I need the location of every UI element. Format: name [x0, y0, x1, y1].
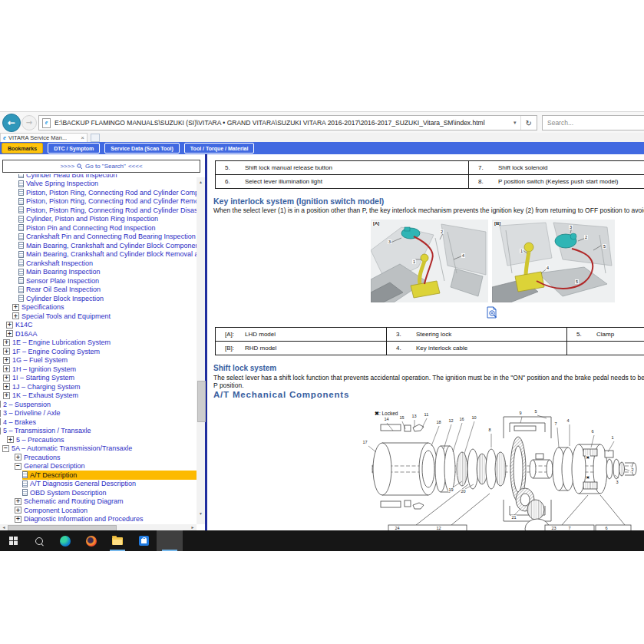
tree-item[interactable]: Sensor Plate Inspection [18, 276, 197, 286]
enlarge-image-icon[interactable] [487, 306, 498, 319]
forward-button[interactable]: → [21, 115, 37, 130]
scroll-left-icon[interactable]: ◄ [0, 524, 8, 530]
item-number: 5. [225, 164, 245, 171]
back-arrow-icon: ← [8, 118, 15, 127]
tree-item-icon [3, 392, 10, 399]
tree-item[interactable]: Piston, Piston Ring, Connecting Rod and … [18, 206, 197, 215]
tree-item[interactable]: K14C [6, 321, 197, 330]
tree-item[interactable]: D16AA [6, 329, 197, 339]
tab-vitara-service-manual[interactable]: e VITARA Service Man... × [0, 133, 88, 142]
tree-item-icon [18, 242, 24, 249]
toolbar-button[interactable]: Service Data (Scan Tool) [104, 143, 180, 154]
tree-item[interactable]: 5 – Precautions [7, 435, 197, 444]
tree-item[interactable]: Crankshaft Inspection [18, 259, 197, 268]
tree-item-label: Piston, Piston Ring, Connecting Rod and … [26, 197, 197, 205]
section-body: The select lever has a shift lock functi… [213, 375, 644, 389]
tree-item[interactable]: 3 – Driveline / Axle [0, 409, 197, 418]
tree-item-label: Crankshaft Pin and Connecting Rod Bearin… [26, 233, 196, 240]
item-number: 7. [478, 164, 498, 171]
tree-item-label: Cylinder Head Bolt Inspection [26, 174, 117, 179]
tree-item[interactable]: Cylinder, Piston and Piston Ring Inspect… [18, 215, 197, 224]
tree-item[interactable]: 1J – Charging System [3, 382, 197, 391]
browser-search-box[interactable]: Search... [542, 115, 644, 130]
tree-item[interactable]: Valve Spring Inspection [18, 180, 197, 189]
tree-item[interactable]: Main Bearing, Crankshaft and Cylinder Bl… [18, 250, 197, 259]
diagram-callout-number: 16 [459, 417, 464, 421]
diagram-callout-number: ✖ [586, 475, 590, 480]
scroll-right-icon[interactable]: ► [189, 524, 197, 530]
toolbar-button[interactable]: DTC / Symptom [48, 143, 100, 154]
address-bar[interactable]: e E:\BACKUP FLAMINGO MANUALS\SUZUKI (SI)… [38, 115, 537, 130]
scroll-up-icon[interactable]: ▲ [197, 177, 205, 187]
tree-item-icon [2, 445, 9, 452]
tree-item[interactable]: A/T Description [22, 471, 197, 480]
tree-item-label: 1H – Ignition System [12, 365, 76, 373]
tree-item[interactable]: 1K – Exhaust System [3, 391, 197, 401]
figure-callout-number: 3 [388, 239, 391, 244]
tree-item[interactable]: General Description [15, 462, 197, 471]
tree-item-icon [22, 489, 28, 496]
tree-item[interactable]: OBD System Description [22, 488, 197, 497]
new-tab-button[interactable] [91, 134, 100, 142]
scroll-down-icon[interactable]: ▼ [197, 509, 205, 518]
taskbar-file-explorer-icon[interactable] [104, 530, 130, 551]
tree-item[interactable]: Piston, Piston Ring, Connecting Rod and … [18, 188, 197, 197]
taskbar-edge-icon[interactable] [52, 530, 78, 551]
taskbar-start-icon[interactable] [0, 530, 26, 551]
tree-item-label: A/T Description [30, 471, 77, 479]
figure-callout-number: 3 [569, 225, 573, 230]
tree-item[interactable]: Main Bearing, Crankshaft and Cylinder Bl… [18, 241, 197, 250]
tree-item-icon [18, 198, 24, 205]
tree-horizontal-scrollbar[interactable]: ◄ ► [0, 524, 197, 530]
tree-item[interactable]: Diagnostic Information and Procedures [15, 515, 197, 524]
tree-item[interactable]: Component Location [15, 506, 197, 515]
section-title-key-interlock: Key interlock system (Ignition switch mo… [213, 197, 384, 206]
refresh-icon[interactable]: ↻ [520, 116, 537, 130]
tree-item-icon [0, 410, 1, 417]
tree-item[interactable]: A/T Diagnosis General Description [22, 480, 197, 489]
tree-item[interactable]: 5 – Transmission / Transaxle [0, 427, 197, 436]
tree-item[interactable]: Rear Oil Seal Inspection [18, 286, 197, 295]
search-icon [77, 163, 83, 170]
tree-item[interactable]: Crankshaft Pin and Connecting Rod Bearin… [18, 233, 197, 242]
tree-item[interactable]: 1H – Ignition System [3, 365, 197, 374]
tree-item[interactable]: Main Bearing Inspection [18, 268, 197, 277]
back-button[interactable]: ← [2, 114, 21, 132]
tab-close-icon[interactable]: × [81, 134, 84, 141]
address-dropdown-icon[interactable]: ▾ [510, 120, 520, 126]
vertical-scroll-thumb[interactable] [197, 381, 206, 422]
diagram-callout-number: ✖ [586, 455, 590, 460]
toolbar-button[interactable]: Bookmarks [2, 143, 43, 154]
tree-item-label: Piston, Piston Ring, Connecting Rod and … [26, 206, 197, 214]
tree-item[interactable]: Piston Pin and Connecting Rod Inspection [18, 223, 197, 233]
tree-item[interactable]: Schematic and Routing Diagram [15, 497, 197, 507]
tree-item[interactable]: 5A – Automatic Transmission/Transaxle [2, 444, 197, 454]
tree-vertical-scrollbar[interactable]: ▲ ▼ [197, 177, 205, 524]
diagram-callout-number: 8 [488, 428, 491, 432]
figure-callout-number: [A] [372, 221, 380, 226]
item-label: Shift lock solenoid [498, 164, 547, 171]
tree-item[interactable]: Specifications [12, 303, 197, 312]
tree-item[interactable]: 4 – Brakes [0, 418, 197, 427]
taskbar-firefox-icon[interactable] [78, 530, 104, 551]
diagram-legend: ✖: Locked [375, 411, 398, 417]
figure-b-art [492, 220, 615, 302]
goto-search-button[interactable]: >>>> Go to "Search" <<<< [2, 160, 200, 173]
tree-item[interactable]: Cylinder Block Inspection [18, 294, 197, 303]
section-title-shift-lock: Shift lock system [213, 364, 276, 372]
tree-item[interactable]: 1G – Fuel System [3, 356, 197, 365]
taskbar-search-icon[interactable] [26, 530, 52, 551]
tree-item-icon [0, 428, 1, 434]
tree-item[interactable]: Piston, Piston Ring, Connecting Rod and … [18, 197, 197, 206]
tree-item[interactable]: 2 – Suspension [0, 400, 197, 409]
taskbar-internet-explorer-icon[interactable] [157, 530, 183, 551]
figure-callout-number: 2 [584, 235, 588, 239]
tree-item[interactable]: 1I – Starting System [3, 374, 197, 383]
tree-item[interactable]: Special Tools and Equipment [12, 312, 197, 321]
tree-item[interactable]: 1F – Engine Cooling System [3, 347, 197, 356]
toolbar-button[interactable]: Tool / Torque / Material [184, 143, 255, 154]
tree-item[interactable]: Precautions [15, 453, 197, 462]
taskbar-store-icon[interactable] [130, 530, 157, 551]
tree-item-icon [3, 339, 10, 346]
tree-item[interactable]: 1E – Engine Lubrication System [3, 339, 197, 348]
